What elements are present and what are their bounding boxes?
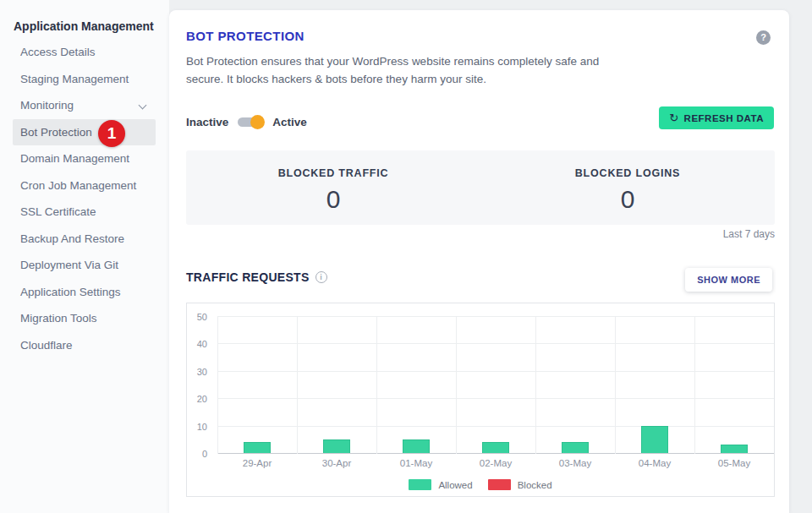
period-label: Last 7 days: [723, 228, 775, 240]
sidebar-item-label: Migration Tools: [20, 312, 97, 325]
bar-allowed: [641, 426, 668, 453]
gridline: [217, 316, 774, 317]
traffic-requests-header: TRAFFIC REQUESTS i: [186, 270, 327, 284]
bar-allowed: [403, 439, 430, 453]
sidebar-item-label: Cloudflare: [20, 339, 73, 352]
sidebar-item-bot-protection[interactable]: Bot Protection1: [13, 119, 156, 146]
page: Application Management Access Details St…: [0, 0, 812, 513]
sidebar: Application Management Access Details St…: [0, 0, 169, 513]
vertical-gridline: [217, 317, 218, 454]
x-tick-label: 30-Apr: [297, 458, 376, 468]
protection-toggle-row: Inactive Active: [186, 116, 307, 128]
x-tick-label: 29-Apr: [217, 458, 297, 468]
legend-label: Blocked: [518, 480, 552, 490]
sidebar-item-migration-tools[interactable]: Migration Tools: [13, 305, 156, 332]
sidebar-item-label: Application Settings: [20, 286, 121, 298]
bar-allowed: [562, 442, 589, 453]
refresh-data-button[interactable]: ↻ REFRESH DATA: [659, 106, 774, 129]
refresh-button-label: REFRESH DATA: [684, 113, 764, 123]
section-title: TRAFFIC REQUESTS: [186, 270, 310, 284]
bar-allowed: [244, 442, 271, 453]
toggle-active-label: Active: [272, 116, 307, 128]
protection-toggle[interactable]: [238, 117, 263, 127]
x-tick-label: 01-May: [376, 458, 456, 468]
toggle-knob: [250, 115, 265, 129]
main-panel: BOT PROTECTION ? Bot Protection ensures …: [169, 10, 789, 513]
legend-swatch: [488, 479, 511, 490]
sidebar-item-label: Access Details: [20, 46, 96, 58]
gridline: [217, 371, 774, 372]
sidebar-item-label: Staging Management: [20, 73, 129, 85]
x-tick-label: 04-May: [615, 458, 694, 468]
page-description: Bot Protection ensures that your WordPre…: [186, 52, 613, 88]
y-tick-label: 40: [190, 339, 212, 349]
legend-item-blocked: Blocked: [488, 479, 552, 490]
toggle-inactive-label: Inactive: [186, 116, 228, 128]
x-tick-label: 03-May: [535, 458, 615, 468]
y-tick-label: 10: [190, 422, 212, 432]
vertical-gridline: [456, 317, 457, 454]
chart-y-axis: 01020304050: [190, 317, 212, 454]
legend-label: Allowed: [438, 480, 472, 490]
help-icon[interactable]: ?: [756, 30, 771, 45]
sidebar-item-deployment-via-git[interactable]: Deployment Via Git: [13, 252, 156, 279]
sidebar-item-label: Bot Protection: [20, 126, 92, 139]
sidebar-item-application-settings[interactable]: Application Settings: [13, 279, 156, 306]
sidebar-item-cron-job-management[interactable]: Cron Job Management: [13, 172, 156, 199]
sidebar-item-label: Cron Job Management: [20, 179, 136, 192]
show-more-button[interactable]: SHOW MORE: [685, 268, 772, 292]
stat-value: 0: [186, 185, 480, 214]
sidebar-title: Application Management: [0, 14, 169, 39]
vertical-gridline: [376, 317, 377, 454]
legend-item-allowed: Allowed: [409, 479, 472, 490]
vertical-gridline: [615, 317, 616, 454]
legend-swatch: [409, 479, 431, 490]
x-tick-label: 05-May: [694, 458, 774, 468]
vertical-gridline: [694, 317, 695, 454]
chart-plot-area: [217, 317, 774, 454]
x-tick-label: 02-May: [456, 458, 535, 468]
sidebar-item-label: Domain Management: [20, 152, 129, 165]
traffic-requests-chart: 01020304050 29-Apr30-Apr01-May02-May03-M…: [186, 303, 775, 497]
sidebar-item-label: Deployment Via Git: [20, 259, 118, 271]
y-tick-label: 30: [190, 367, 212, 377]
sidebar-item-monitoring[interactable]: Monitoring: [13, 92, 156, 119]
y-tick-label: 50: [190, 312, 212, 322]
sidebar-item-label: SSL Certificate: [20, 205, 96, 218]
gridline: [217, 398, 774, 399]
sidebar-item-domain-management[interactable]: Domain Management: [13, 145, 156, 172]
stats-panel: BLOCKED TRAFFIC 0 BLOCKED LOGINS 0: [186, 150, 775, 225]
sidebar-item-ssl-certificate[interactable]: SSL Certificate: [13, 199, 156, 226]
vertical-gridline: [535, 317, 536, 454]
gridline: [217, 343, 774, 344]
sidebar-item-label: Backup And Restore: [20, 232, 124, 245]
info-icon[interactable]: i: [315, 271, 327, 283]
stat-label: BLOCKED TRAFFIC: [186, 167, 480, 179]
chart-legend: AllowedBlocked: [187, 479, 774, 490]
y-tick-label: 0: [190, 449, 212, 459]
bar-allowed: [721, 445, 748, 453]
sidebar-item-access-details[interactable]: Access Details: [13, 39, 156, 66]
chart-x-axis: 29-Apr30-Apr01-May02-May03-May04-May05-M…: [217, 458, 774, 471]
chevron-down-icon: [139, 101, 147, 110]
stat-label: BLOCKED LOGINS: [480, 167, 775, 179]
page-title: BOT PROTECTION: [186, 29, 304, 43]
gridline: [217, 426, 774, 427]
stat-blocked-traffic: BLOCKED TRAFFIC 0: [186, 150, 480, 225]
stat-blocked-logins: BLOCKED LOGINS 0: [480, 150, 775, 225]
y-tick-label: 20: [190, 394, 212, 404]
bar-allowed: [323, 439, 350, 453]
sidebar-item-staging-management[interactable]: Staging Management: [13, 66, 156, 93]
vertical-gridline: [297, 317, 298, 454]
stat-value: 0: [480, 185, 775, 214]
sidebar-item-backup-and-restore[interactable]: Backup And Restore: [13, 226, 156, 253]
gridline: [217, 453, 774, 454]
refresh-icon: ↻: [669, 112, 678, 124]
sidebar-item-cloudflare[interactable]: Cloudflare: [13, 332, 156, 359]
bar-allowed: [482, 442, 509, 453]
step-badge: 1: [98, 120, 125, 147]
sidebar-item-label: Monitoring: [20, 99, 74, 112]
